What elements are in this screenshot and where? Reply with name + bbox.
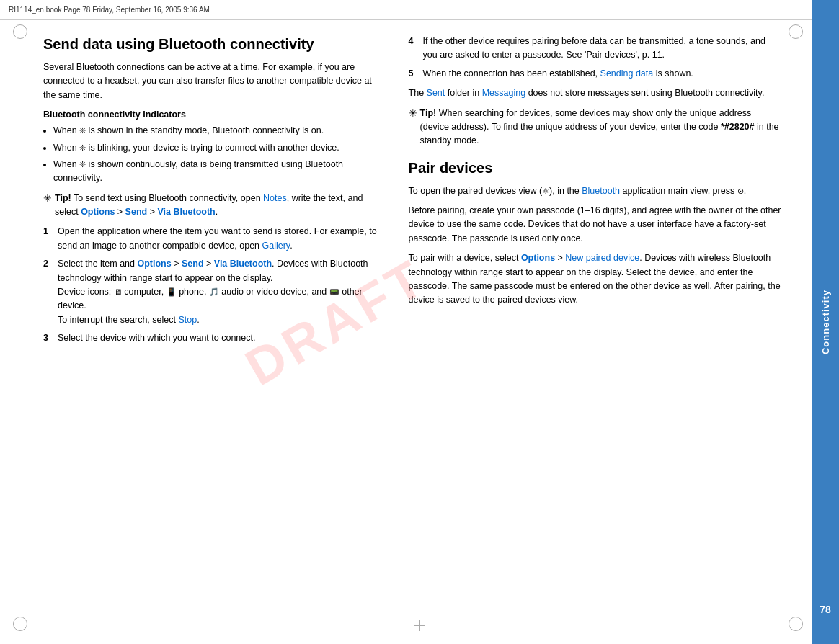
icon-audio: 🎵 [209, 286, 219, 298]
link-pair-options[interactable]: Options [521, 253, 555, 263]
step-3-num: 3 [43, 331, 53, 345]
icon-phone: 📱 [167, 286, 177, 298]
step-2: 2 Select the item and Options > Send > V… [43, 257, 387, 327]
sidebar-label: Connectivity [820, 290, 831, 354]
tip-1-icon: ✳ [43, 192, 52, 204]
link-gallery[interactable]: Gallery [262, 241, 290, 251]
left-intro: Several Bluetooth connections can be act… [43, 61, 387, 102]
press-icon: ⊙ [737, 185, 744, 197]
step-3: 3 Select the device with which you want … [43, 331, 387, 345]
tip-1-text: Tip! To send text using Bluetooth connec… [55, 192, 387, 220]
tip-1-label: Tip! [55, 193, 71, 203]
step-1-text: Open the application where the item you … [58, 225, 387, 253]
link-sent[interactable]: Sent [427, 88, 445, 98]
tip-2-text: Tip! When searching for devices, some de… [420, 107, 782, 148]
left-column: Send data using Bluetooth connectivity S… [43, 35, 387, 630]
step-5: 5 When the connection has been establish… [409, 67, 782, 81]
indicators-list: When ❊ is shown in the standby mode, Blu… [53, 124, 387, 186]
main-content: Send data using Bluetooth connectivity S… [0, 20, 812, 644]
pair-devices-title: Pair devices [409, 158, 782, 177]
right-steps-list: 4 If the other device requires pairing b… [409, 35, 782, 81]
link-send-2[interactable]: Send [182, 259, 204, 269]
code-2820: *#2820# [721, 122, 755, 132]
indicators-heading: Bluetooth connectivity indicators [43, 109, 387, 120]
bt-icon-3: ❊ [79, 158, 86, 171]
link-via-bluetooth-1[interactable]: Via Bluetooth [157, 207, 215, 217]
link-new-paired[interactable]: New paired device [565, 253, 639, 263]
pair-para2: To pair with a device, select Options > … [409, 251, 782, 308]
link-bluetooth[interactable]: Bluetooth [582, 186, 620, 196]
steps-list: 1 Open the application where the item yo… [43, 225, 387, 345]
link-options-1[interactable]: Options [81, 207, 115, 217]
step-3-text: Select the device with which you want to… [58, 331, 387, 345]
right-column: 4 If the other device requires pairing b… [409, 35, 782, 630]
sent-folder-text: The Sent folder in Messaging does not st… [409, 86, 782, 100]
link-messaging[interactable]: Messaging [482, 88, 525, 98]
tip-1-box: ✳ Tip! To send text using Bluetooth conn… [43, 192, 387, 220]
step-5-text: When the connection has been established… [423, 67, 782, 81]
step-2-num: 2 [43, 257, 53, 327]
step-4-text: If the other device requires pairing bef… [423, 35, 782, 63]
link-sending-data[interactable]: Sending data [600, 68, 654, 79]
page-number: 78 [812, 596, 839, 622]
link-notes[interactable]: Notes [263, 193, 287, 203]
tip-2-icon: ✳ [409, 107, 417, 119]
bt-icon-2: ❊ [79, 142, 86, 154]
step-1: 1 Open the application where the item yo… [43, 225, 387, 253]
pair-para1: Before pairing, create your own passcode… [409, 204, 782, 246]
step-1-num: 1 [43, 225, 53, 253]
step-4: 4 If the other device requires pairing b… [409, 35, 782, 63]
bullet-3: When ❊ is shown continuously, data is be… [53, 158, 387, 186]
bullet-2: When ❊ is blinking, your device is tryin… [53, 141, 387, 155]
tip-2-label: Tip! [420, 108, 437, 118]
step-2-text: Select the item and Options > Send > Via… [58, 257, 387, 327]
icon-computer: 🖥 [114, 286, 122, 298]
step-4-num: 4 [409, 35, 419, 63]
bt-icon-1: ❊ [79, 125, 86, 137]
bt-pair-icon: ⚛ [542, 185, 549, 197]
header-text: RI1114_en.book Page 78 Friday, September… [9, 6, 210, 14]
link-options-2[interactable]: Options [137, 259, 171, 269]
right-sidebar: Connectivity [812, 0, 839, 644]
left-section-title: Send data using Bluetooth connectivity [43, 35, 387, 53]
pair-intro: To open the paired devices view (⚛), in … [409, 184, 782, 198]
tip-2-box: ✳ Tip! When searching for devices, some … [409, 107, 782, 148]
icon-other: 📟 [329, 286, 339, 298]
bullet-1: When ❊ is shown in the standby mode, Blu… [53, 124, 387, 138]
link-send-1[interactable]: Send [125, 207, 148, 217]
step-5-num: 5 [409, 67, 419, 81]
top-bar: RI1114_en.book Page 78 Friday, September… [0, 0, 839, 20]
link-stop[interactable]: Stop [178, 315, 197, 325]
link-via-bluetooth-2[interactable]: Via Bluetooth [214, 259, 272, 269]
